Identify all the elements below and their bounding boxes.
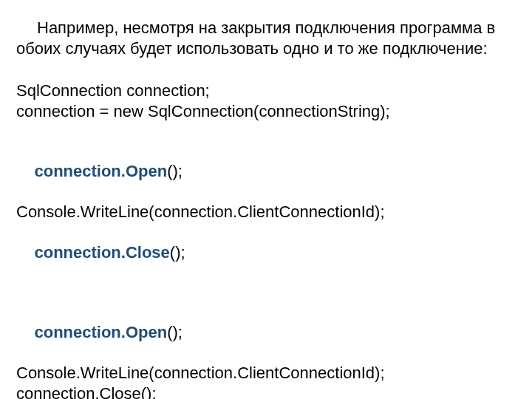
intro-paragraph: Например, несмотря на закрытия подключен… xyxy=(16,18,511,58)
code-close-1: connection.Close(); xyxy=(16,222,511,283)
blank-line xyxy=(16,121,511,140)
code-keyword-open-2: connection.Open xyxy=(34,323,167,341)
code-open-2-rest: (); xyxy=(167,323,183,341)
code-declaration-2: connection = new SqlConnection(connectio… xyxy=(16,101,511,122)
code-declaration-1: SqlConnection connection; xyxy=(16,81,511,101)
code-keyword-close-1: connection.Close xyxy=(34,243,169,262)
code-open-2: connection.Open(); xyxy=(16,302,511,364)
code-open-1-rest: (); xyxy=(167,162,183,180)
code-writeline-1: Console.WriteLine(connection.ClientConne… xyxy=(16,202,511,222)
blank-line xyxy=(16,283,511,302)
slide-body: Например, несмотря на закрытия подключен… xyxy=(0,0,532,399)
code-close-1-rest: (); xyxy=(170,243,185,262)
code-writeline-2: Console.WriteLine(connection.ClientConne… xyxy=(16,363,511,383)
code-keyword-open-1: connection.Open xyxy=(34,162,167,180)
code-close-2: connection.Close(); xyxy=(16,383,511,400)
blank-line xyxy=(16,61,511,81)
code-open-1: connection.Open(); xyxy=(16,140,511,202)
